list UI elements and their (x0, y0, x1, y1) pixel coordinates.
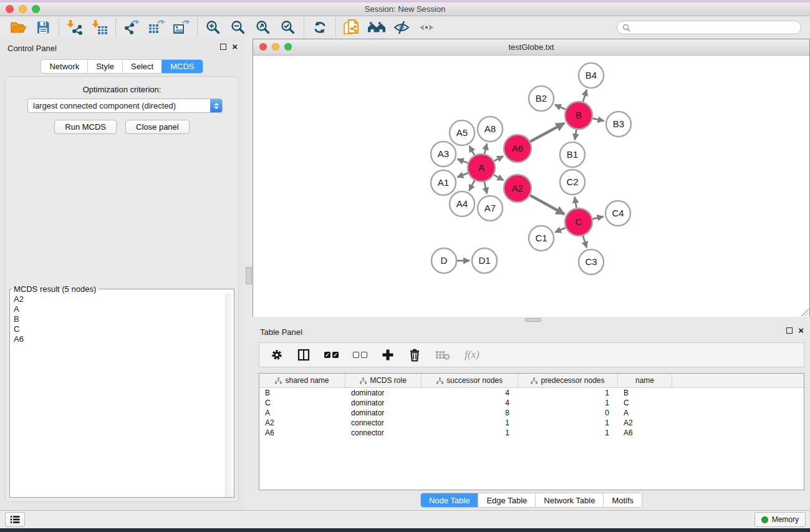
tab-select[interactable]: Select (122, 60, 162, 73)
graph-edge-A6-B[interactable] (530, 123, 564, 142)
optimization-criterion-dropdown[interactable]: largest connected component (directed) (27, 99, 223, 113)
close-window-button[interactable] (6, 5, 14, 13)
column-header-MCDS-role[interactable]: MCDS role (345, 374, 422, 387)
graph-edge-A2-C[interactable] (530, 195, 564, 214)
close-table-panel-icon[interactable]: × (798, 327, 804, 334)
mcds-result-item[interactable]: C (14, 324, 226, 334)
deselect-all-button[interactable] (353, 352, 367, 358)
home-layout-button[interactable] (364, 17, 389, 37)
float-table-panel-icon[interactable] (786, 327, 793, 334)
graph-edge-B-B1[interactable] (575, 130, 577, 140)
graph-node-A7[interactable]: A7 (478, 196, 503, 221)
graph-node-B1[interactable]: B1 (560, 142, 585, 167)
minimize-window-button[interactable] (19, 5, 27, 13)
graph-edge-A-A2[interactable] (494, 175, 503, 180)
column-header-shared-name[interactable]: shared name (259, 374, 345, 387)
import-network-button[interactable] (62, 17, 87, 37)
mcds-result-item[interactable]: A6 (14, 334, 226, 344)
graph-edge-C-C3[interactable] (583, 236, 587, 248)
panel-splitter-vertical[interactable] (244, 39, 253, 510)
graph-edge-A-A1[interactable] (457, 173, 468, 177)
table-row[interactable]: A2connector11A2 (259, 418, 804, 428)
graph-node-A1[interactable]: A1 (431, 170, 456, 195)
search-input[interactable] (634, 22, 796, 32)
memory-button[interactable]: Memory (755, 512, 806, 527)
graph-node-C1[interactable]: C1 (529, 226, 554, 251)
show-all-button[interactable] (414, 17, 439, 37)
tab-style[interactable]: Style (87, 60, 122, 73)
mcds-result-item[interactable]: A (14, 304, 226, 314)
close-panel-button[interactable]: Close panel (125, 120, 190, 134)
graph-node-B[interactable]: B (565, 102, 592, 129)
close-panel-icon[interactable]: × (232, 44, 238, 50)
delete-column-button[interactable] (408, 348, 421, 362)
tab-motifs[interactable]: Motifs (603, 493, 642, 507)
open-session-button[interactable] (6, 17, 31, 37)
network-close-button[interactable] (259, 43, 267, 51)
column-header-successor-nodes[interactable]: successor nodes (422, 374, 518, 387)
graph-node-D1[interactable]: D1 (472, 248, 497, 273)
tab-network[interactable]: Network (41, 60, 87, 73)
zoom-out-button[interactable] (226, 17, 251, 37)
graph-node-A5[interactable]: A5 (450, 120, 475, 145)
graph-edge-B-B3[interactable] (592, 118, 604, 121)
mcds-result-item[interactable]: A2 (14, 294, 226, 304)
graph-node-A2[interactable]: A2 (504, 175, 531, 202)
network-minimize-button[interactable] (272, 43, 279, 51)
tab-mcds[interactable]: MCDS (162, 60, 202, 73)
graph-node-A8[interactable]: A8 (478, 117, 503, 142)
graph-node-B3[interactable]: B3 (606, 112, 631, 137)
graph-edge-C-C4[interactable] (592, 216, 603, 219)
table-row[interactable]: A6connector11A6 (259, 428, 804, 438)
graph-node-C4[interactable]: C4 (605, 201, 630, 226)
table-row[interactable]: Adominator80A (259, 408, 804, 418)
table-settings-button[interactable] (271, 349, 283, 361)
network-zoom-button[interactable] (284, 43, 292, 51)
export-network-button[interactable] (119, 17, 144, 37)
graph-edge-A-A6[interactable] (494, 156, 503, 161)
mcds-result-item[interactable]: B (14, 314, 226, 324)
splitter-grip[interactable] (525, 318, 541, 322)
graph-edge-C-C2[interactable] (575, 197, 577, 208)
select-all-button[interactable]: ✓ ✓ (324, 352, 339, 358)
float-panel-icon[interactable] (220, 44, 226, 50)
graph-edge-B-B2[interactable] (555, 105, 566, 110)
tab-node-table[interactable]: Node Table (421, 493, 478, 507)
zoom-fit-button[interactable] (251, 17, 276, 37)
column-selector-button[interactable] (297, 349, 310, 361)
graph-node-D[interactable]: D (432, 248, 456, 273)
table-row[interactable]: Bdominator41B (259, 388, 804, 398)
tab-network-table[interactable]: Network Table (535, 493, 603, 507)
graph-node-A4[interactable]: A4 (450, 191, 475, 216)
graph-edge-A-A3[interactable] (458, 159, 468, 163)
column-header-predecessor-nodes[interactable]: predecessor nodes (518, 374, 618, 387)
graph-node-C[interactable]: C (565, 208, 592, 236)
run-mcds-button[interactable]: Run MCDS (54, 120, 117, 134)
column-header-name[interactable]: name (618, 374, 672, 387)
graph-node-A6[interactable]: A6 (504, 135, 531, 162)
table-row[interactable]: Cdominator41C (259, 398, 804, 408)
graph-node-A3[interactable]: A3 (431, 142, 456, 167)
network-canvas[interactable]: B4B2BB3A8A5A6B1A3AA1C2A2A4A7C4CC1C3DD1 (253, 56, 809, 317)
graph-edge-A-A5[interactable] (470, 146, 475, 155)
search-field[interactable] (617, 21, 801, 34)
import-table-button[interactable] (87, 17, 112, 37)
splitter-grip[interactable] (246, 267, 252, 284)
graph-node-C2[interactable]: C2 (560, 170, 585, 195)
graph-node-A[interactable]: A (468, 154, 495, 181)
zoom-selected-button[interactable] (276, 17, 301, 37)
window-resize-grip[interactable] (801, 309, 809, 316)
hide-selected-button[interactable] (389, 17, 414, 37)
panel-splitter-horizontal[interactable] (253, 317, 810, 322)
tab-edge-table[interactable]: Edge Table (478, 493, 535, 507)
graph-edge-A-A7[interactable] (485, 181, 487, 193)
graph-node-C3[interactable]: C3 (579, 249, 604, 274)
network-from-document-button[interactable] (339, 17, 364, 37)
graph-edge-A-A8[interactable] (485, 143, 487, 153)
refresh-view-button[interactable] (307, 17, 332, 37)
zoom-window-button[interactable] (32, 5, 40, 13)
graph-node-B2[interactable]: B2 (529, 86, 554, 111)
graph-edge-A-A4[interactable] (469, 180, 475, 191)
zoom-in-button[interactable] (201, 17, 226, 37)
export-image-button[interactable] (169, 17, 194, 37)
